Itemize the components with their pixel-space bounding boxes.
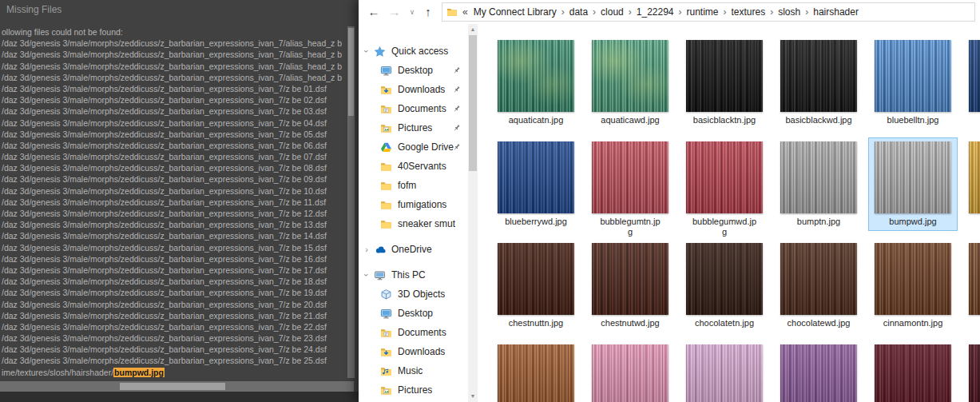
- sidebar-item-pictures[interactable]: Pictures: [359, 380, 468, 400]
- breadcrumb-segment-cloud[interactable]: cloud: [598, 6, 626, 18]
- file-item-basicblacktn-jpg[interactable]: basicblacktn.jpg: [677, 36, 772, 137]
- chevron-down-icon[interactable]: ∨: [407, 0, 418, 24]
- file-thumbnail: [592, 243, 669, 315]
- file-item-partial[interactable]: [960, 340, 980, 402]
- file-label: bubblegumwd.jpg: [680, 217, 768, 237]
- breadcrumb-separator-icon[interactable]: ›: [559, 6, 567, 18]
- breadcrumb: My Connect Library›data›cloud›1_22294›ru…: [471, 6, 861, 18]
- chevron-expanded-icon[interactable]: ›: [362, 271, 371, 279]
- sidebar-item-desktop[interactable]: Desktop: [359, 61, 468, 80]
- missing-file-path: /daz 3d/genesis 3/male/morphs/zeddicuss/…: [2, 344, 346, 355]
- breadcrumb-separator-icon[interactable]: ›: [676, 6, 684, 18]
- breadcrumb-segment-my-connect-library[interactable]: My Connect Library: [471, 6, 559, 18]
- sidebar-item-fofm[interactable]: fofm: [359, 176, 468, 195]
- file-item-blueberrywd-jpg[interactable]: blueberrywd.jpg: [489, 137, 583, 239]
- sidebar-item-downloads[interactable]: Downloads: [359, 80, 468, 99]
- file-item-chestnutwd-jpg[interactable]: chestnutwd.jpg: [583, 239, 677, 340]
- sidebar-item-downloads[interactable]: Downloads: [359, 342, 468, 361]
- downloads-icon: [380, 345, 393, 358]
- sidebar-item-this-pc[interactable]: ›This PC: [359, 265, 468, 285]
- missing-files-list: ollowing files could not be found: /daz …: [2, 26, 346, 378]
- breadcrumb-separator-icon[interactable]: ›: [590, 6, 598, 18]
- breadcrumb-segment-textures[interactable]: textures: [729, 6, 768, 18]
- breadcrumb-segment-data[interactable]: data: [567, 6, 590, 18]
- sidebar-item-40servants[interactable]: 40Servants: [359, 157, 468, 176]
- breadcrumb-segment-hairshader[interactable]: hairshader: [811, 6, 861, 18]
- file-item-basicblackwd-jpg[interactable]: basicblackwd.jpg: [772, 36, 866, 137]
- breadcrumb-separator-icon[interactable]: ›: [803, 6, 811, 18]
- sidebar-item-label: fofm: [398, 180, 416, 191]
- chevron-expanded-icon[interactable]: ›: [362, 47, 371, 55]
- file-item-chestnuttn-jpg[interactable]: chestnuttn.jpg: [489, 239, 583, 340]
- missing-file-path: /daz 3d/genesis 3/male/morphs/zeddicuss/…: [2, 253, 346, 265]
- file-item-ci[interactable]: ci: [960, 239, 980, 340]
- sidebar-item-documents[interactable]: Documents: [359, 99, 468, 118]
- back-icon[interactable]: ←: [365, 0, 383, 24]
- file-item-b[interactable]: b: [960, 36, 980, 137]
- sidebar-item-google-drive[interactable]: Google Drive: [359, 137, 468, 157]
- file-item-aquaticawd-jpg[interactable]: aquaticawd.jpg: [583, 36, 677, 137]
- up-icon[interactable]: ↑: [419, 0, 437, 24]
- file-thumbnail: [592, 141, 669, 213]
- sidebar-scroll-thumb[interactable]: [469, 35, 477, 171]
- sidebar-item-music[interactable]: Music: [359, 361, 468, 380]
- forward-icon[interactable]: →: [386, 0, 403, 24]
- scroll-down-icon[interactable]: ▼: [468, 392, 478, 401]
- chevron-collapsed-icon[interactable]: ›: [363, 245, 371, 254]
- missing-files-bottom-strip: [0, 392, 359, 402]
- breadcrumb-separator-icon[interactable]: ›: [626, 6, 634, 18]
- sidebar-item-label: This PC: [391, 269, 426, 281]
- sidebar-item-label: Desktop: [398, 65, 433, 76]
- file-item-aquaticatn-jpg[interactable]: aquaticatn.jpg: [489, 36, 583, 137]
- address-bar[interactable]: « My Connect Library›data›cloud›1_22294›…: [442, 2, 975, 22]
- missing-file-path: /daz 3d/genesis 3/male/morphs/zeddicuss/…: [2, 287, 346, 298]
- sidebar-item-pictures[interactable]: Pictures: [359, 118, 468, 137]
- missing-file-path: /daz 3d/genesis 3/male/morphs/zeddicuss/…: [2, 61, 346, 72]
- file-label: bumptn.jpg: [775, 217, 863, 227]
- sidebar-item-documents[interactable]: Documents: [359, 323, 468, 342]
- file-label: chestnuttn.jpg: [492, 318, 580, 328]
- file-thumbnail: [686, 344, 763, 402]
- breadcrumb-segment-slosh[interactable]: slosh: [776, 6, 803, 18]
- missing-files-horizontal-scrollbar[interactable]: [0, 381, 354, 392]
- file-item-bumptn-jpg[interactable]: bumptn.jpg: [772, 137, 866, 239]
- file-item-partial[interactable]: [866, 340, 960, 402]
- sidebar-item-quick-access[interactable]: ›Quick access: [359, 42, 468, 61]
- horizontal-scroll-thumb[interactable]: [120, 383, 225, 390]
- breadcrumb-overflow-icon[interactable]: «: [461, 6, 471, 18]
- missing-file-path: /daz 3d/genesis 3/male/morphs/zeddicuss/…: [2, 355, 346, 366]
- file-item-chocolatewd-jpg[interactable]: chocolatewd.jpg: [772, 239, 866, 340]
- file-item-cinnamontn-jpg[interactable]: cinnamontn.jpg: [866, 239, 960, 340]
- missing-files-vertical-scrollbar[interactable]: [347, 26, 355, 378]
- sidebar-item-onedrive[interactable]: ›OneDrive: [359, 240, 468, 259]
- sidebar-item-fumigations[interactable]: fumigations: [359, 195, 468, 214]
- sidebar-item-sneaker-smut[interactable]: sneaker smut: [359, 214, 468, 233]
- missing-file-path: /daz 3d/genesis 3/male/morphs/zeddicuss/…: [2, 276, 346, 287]
- missing-files-header: ollowing files could not be found:: [2, 26, 346, 38]
- breadcrumb-segment-runtime[interactable]: runtime: [684, 6, 721, 18]
- file-item-bluebelltn-jpg[interactable]: bluebelltn.jpg: [866, 36, 960, 137]
- breadcrumb-segment-1-22294[interactable]: 1_22294: [634, 6, 676, 18]
- file-thumbnail: [875, 344, 951, 402]
- file-item-bubblegumtn-jpg[interactable]: bubblegumtn.jpg: [583, 137, 677, 239]
- file-item-bumpwd-jpg[interactable]: bumpwd.jpg: [866, 137, 960, 239]
- file-item-partial[interactable]: [583, 340, 677, 402]
- vertical-scroll-thumb[interactable]: [348, 28, 354, 116]
- pictures-icon: [380, 121, 393, 134]
- file-item-b[interactable]: b: [960, 137, 980, 239]
- file-item-partial[interactable]: [489, 340, 583, 402]
- desktop-icon: [380, 307, 393, 320]
- file-item-partial[interactable]: [772, 340, 866, 402]
- sidebar-item-desktop[interactable]: Desktop: [359, 304, 468, 323]
- file-item-chocolatetn-jpg[interactable]: chocolatetn.jpg: [677, 239, 772, 340]
- breadcrumb-separator-icon[interactable]: ›: [768, 6, 776, 18]
- missing-file-path: /daz 3d/genesis 3/male/morphs/zeddicuss/…: [2, 208, 346, 219]
- file-item-partial[interactable]: [677, 340, 772, 402]
- sidebar-item-3d-objects[interactable]: 3D Objects: [359, 285, 468, 304]
- missing-file-path: /daz 3d/genesis 3/male/morphs/zeddicuss/…: [2, 151, 346, 162]
- explorer-toolbar: ← → ∨ ↑ « My Connect Library›data›cloud›…: [359, 0, 980, 25]
- scroll-up-icon[interactable]: ▲: [468, 25, 478, 34]
- file-item-bubblegumwd-jpg[interactable]: bubblegumwd.jpg: [677, 137, 772, 239]
- sidebar-scrollbar[interactable]: ▲ ▼: [468, 24, 478, 402]
- breadcrumb-separator-icon[interactable]: ›: [721, 6, 729, 18]
